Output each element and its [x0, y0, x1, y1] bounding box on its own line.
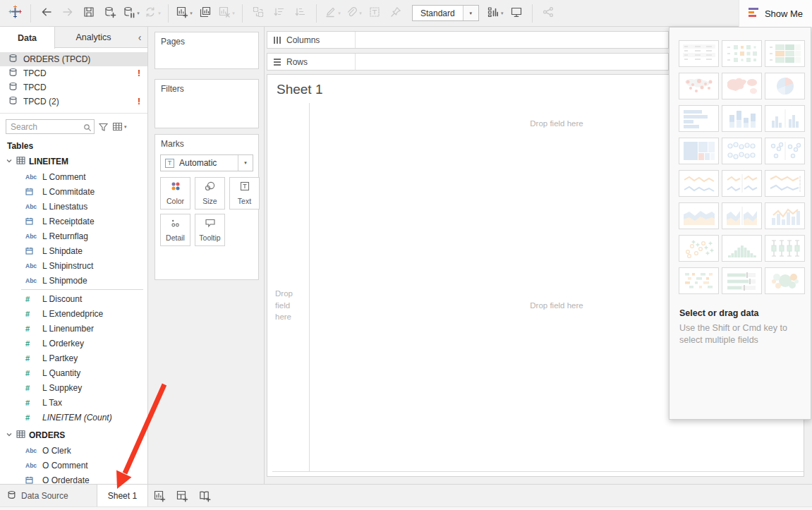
table-group-header[interactable]: ORDERS [0, 427, 147, 443]
sort-ascending-button[interactable] [269, 4, 289, 23]
datasource-item[interactable]: TPCD (2)! [0, 95, 147, 109]
drop-zone-rows[interactable]: Drop field here [275, 288, 302, 323]
showme-treemap[interactable] [679, 138, 719, 164]
pages-card[interactable]: Pages [154, 32, 259, 69]
pause-auto-updates-button[interactable]: ▾ [121, 4, 141, 23]
filter-fields-icon[interactable] [98, 122, 109, 132]
rows-shelf[interactable]: Rows [267, 53, 669, 71]
columns-shelf[interactable]: Columns [267, 31, 669, 49]
new-worksheet-button[interactable] [148, 485, 171, 506]
duplicate-icon [199, 6, 212, 21]
undo-button[interactable] [37, 4, 56, 23]
highlight-button[interactable]: ▾ [322, 4, 342, 23]
datasource-item[interactable]: TPCD [0, 80, 147, 95]
showme-discrete-lines[interactable] [722, 170, 762, 197]
collapse-pane-icon[interactable]: ‹ [132, 27, 147, 47]
presentation-mode-button[interactable] [507, 4, 526, 23]
new-story-button[interactable] [193, 485, 216, 506]
search-row: ▾ [6, 119, 143, 134]
fix-axes-button[interactable] [386, 4, 406, 23]
showme-scatter-plot[interactable] [679, 235, 719, 262]
field-item[interactable]: AbcL Linestatus [0, 199, 147, 214]
mark-size-button[interactable]: Size [195, 177, 225, 210]
show-me-button[interactable]: Show Me [739, 0, 812, 27]
showme-continuous-lines[interactable] [679, 170, 719, 197]
showme-side-by-side-bars[interactable] [765, 105, 805, 132]
field-item[interactable]: AbcL Returnflag [0, 229, 147, 243]
showme-side-by-side-circles[interactable] [765, 138, 805, 164]
mark-text-button[interactable]: Text [229, 177, 260, 210]
field-item[interactable]: AbcL Shipinstruct [0, 258, 147, 273]
field-item[interactable]: L Shipdate [0, 243, 147, 258]
field-item[interactable]: AbcL Comment [0, 169, 147, 184]
field-item[interactable]: AbcO Comment [0, 458, 147, 473]
showme-text-table[interactable] [679, 40, 719, 67]
field-item[interactable]: #L Extendedprice [0, 306, 147, 321]
showme-horizontal-bars[interactable] [679, 105, 719, 132]
field-item[interactable]: #L Linenumber [0, 321, 147, 336]
showme-dual-combination[interactable] [765, 202, 805, 229]
share-button[interactable] [538, 4, 558, 23]
datasource-item[interactable]: ORDERS (TPCD) [0, 52, 147, 66]
save-button[interactable] [79, 4, 99, 23]
field-item[interactable]: L Commitdate [0, 184, 147, 199]
showme-heat-map[interactable] [722, 40, 762, 67]
field-item[interactable]: #L Orderkey [0, 336, 147, 351]
showme-discrete-area[interactable] [722, 202, 762, 229]
field-item[interactable]: O Orderdate [0, 473, 147, 484]
mark-tooltip-button[interactable]: Tooltip [195, 214, 225, 246]
field-item[interactable]: #L Tax [0, 395, 147, 410]
field-item[interactable]: #L Quantity [0, 365, 147, 380]
showme-continuous-area[interactable] [679, 202, 719, 229]
search-input[interactable] [6, 119, 95, 134]
redo-button[interactable] [58, 4, 78, 23]
showme-pie-chart[interactable] [765, 73, 805, 99]
new-data-source-button[interactable] [100, 4, 120, 23]
chevron-down-icon[interactable] [6, 430, 13, 440]
field-item[interactable]: L Receiptdate [0, 214, 147, 229]
showme-symbol-map[interactable] [679, 73, 719, 99]
field-item[interactable]: #L Partkey [0, 351, 147, 365]
field-item[interactable]: AbcO Clerk [0, 443, 147, 458]
tab-analytics[interactable]: Analytics [55, 27, 132, 47]
showme-histogram[interactable] [722, 235, 762, 262]
clear-sheet-button[interactable]: ▾ [217, 4, 236, 23]
sort-descending-button[interactable] [291, 4, 310, 23]
new-worksheet-button[interactable]: ▾ [174, 4, 194, 23]
chevron-down-icon[interactable] [6, 157, 13, 166]
tab-data[interactable]: Data [0, 27, 55, 49]
mark-type-dropdown[interactable]: T Automatic ▾ [160, 154, 253, 171]
cell-size-button[interactable]: ▾ [485, 4, 505, 23]
mark-detail-icon [171, 218, 181, 231]
showme-bullet-graph[interactable] [722, 267, 762, 294]
showme-gantt[interactable] [679, 267, 719, 294]
mark-color-button[interactable]: Color [160, 177, 190, 210]
view-options-icon[interactable]: ▾ [112, 122, 127, 131]
new-dashboard-button[interactable] [171, 485, 193, 506]
swap-rows-columns-button[interactable] [248, 4, 268, 23]
chevron-down-icon[interactable]: ▾ [238, 155, 253, 171]
sheet-tab-active[interactable]: Sheet 1 [97, 485, 148, 506]
fit-selector-dropdown[interactable]: Standard▾ [412, 5, 479, 21]
field-item[interactable]: #LINEITEM (Count) [0, 410, 147, 425]
mark-detail-button[interactable]: Detail [160, 214, 190, 246]
showme-circle-views[interactable] [722, 138, 762, 164]
showme-dual-lines[interactable] [765, 170, 805, 197]
format-button[interactable]: ▾ [344, 4, 363, 23]
showme-highlight-table[interactable] [765, 40, 805, 67]
tableau-logo-button[interactable] [5, 4, 25, 23]
show-mark-labels-button[interactable] [365, 4, 384, 23]
showme-packed-bubbles[interactable] [765, 267, 805, 294]
showme-box-and-whisker[interactable] [765, 235, 805, 262]
field-item[interactable]: #L Discount [0, 291, 147, 306]
datasource-item[interactable]: TPCD! [0, 66, 147, 80]
showme-stacked-bars[interactable] [722, 105, 762, 132]
filters-card[interactable]: Filters [154, 79, 259, 128]
table-group-header[interactable]: LINEITEM [0, 154, 147, 169]
field-item[interactable]: #L Suppkey [0, 380, 147, 395]
showme-filled-map[interactable] [722, 73, 762, 99]
field-item[interactable]: AbcL Shipmode [0, 273, 147, 288]
run-update-button[interactable]: ▾ [143, 4, 162, 23]
data-source-tab[interactable]: Data Source [0, 485, 78, 506]
duplicate-button[interactable] [195, 4, 215, 23]
